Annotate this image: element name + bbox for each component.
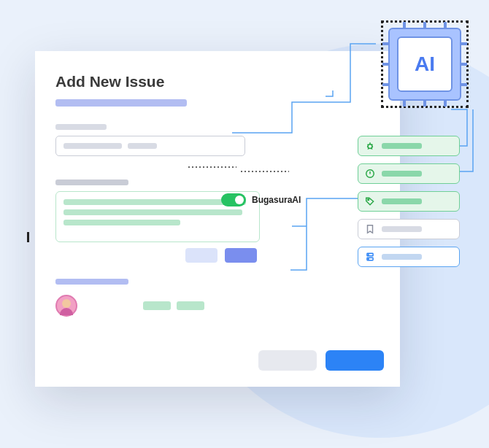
title-underline	[55, 99, 187, 107]
bugasura-ai-toggle-label: BugasuraAI	[252, 195, 301, 205]
title-input[interactable]	[55, 136, 245, 156]
suggestion-bug[interactable]	[358, 136, 460, 156]
chip-label: AI	[397, 36, 453, 92]
bugasura-ai-toggle[interactable]	[221, 193, 246, 206]
suggestion-bookmark[interactable]	[358, 219, 460, 239]
tag-chip[interactable]	[143, 301, 171, 310]
tag-icon	[364, 196, 376, 207]
suggestion-database[interactable]	[358, 247, 460, 267]
svg-point-2	[368, 144, 372, 149]
text-cursor	[27, 232, 29, 242]
issue-form-card: Add New Issue BugasuraAI	[35, 51, 400, 387]
database-icon	[364, 251, 376, 263]
alert-icon	[364, 168, 376, 179]
primary-action-button[interactable]	[225, 248, 257, 263]
bug-icon	[364, 140, 376, 152]
field-label-title	[55, 124, 107, 130]
tag-chip[interactable]	[177, 301, 204, 310]
assignee-label	[55, 279, 128, 285]
suggestion-alert[interactable]	[358, 163, 460, 184]
cancel-button[interactable]	[258, 350, 317, 371]
ai-suggestions	[358, 136, 460, 267]
bookmark-icon	[364, 223, 376, 235]
ai-chip: AI	[381, 20, 469, 108]
suggestion-tag[interactable]	[358, 191, 460, 212]
page-title: Add New Issue	[55, 73, 380, 90]
svg-point-4	[368, 199, 369, 201]
secondary-action-button[interactable]	[185, 248, 217, 263]
svg-point-8	[368, 258, 369, 259]
field-label-description	[55, 179, 128, 185]
user-avatar[interactable]	[55, 295, 77, 317]
svg-point-7	[368, 255, 369, 255]
submit-button[interactable]	[326, 350, 384, 371]
